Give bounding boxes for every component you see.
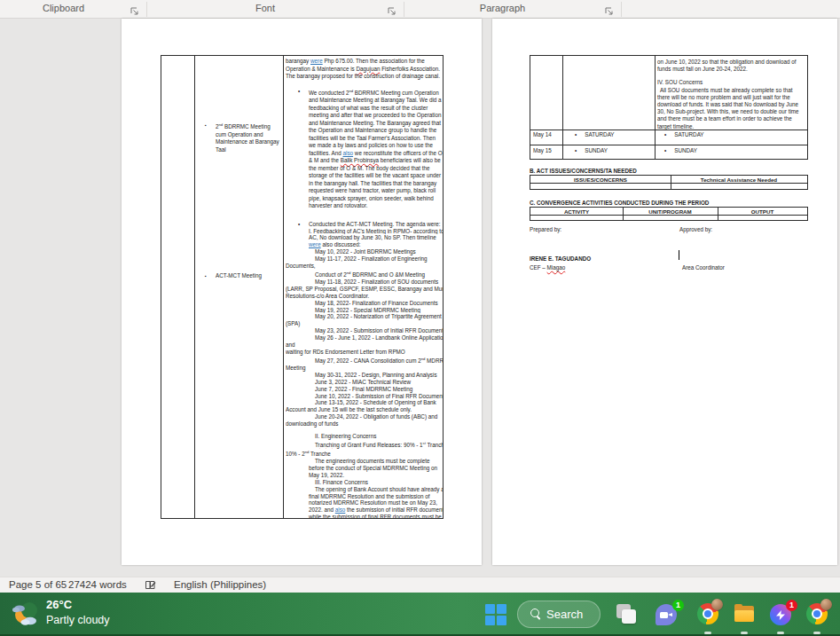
doc-line: Conduct of 2nd BDRRMC and O &M Meeting — [286, 270, 443, 279]
text-run: waiting for RDs Endorsement Letter from … — [286, 349, 405, 355]
text-run: 10% - 2 — [286, 451, 305, 457]
narrative-cell: barangay were Php 675.00. Then the assoc… — [284, 56, 444, 518]
doc-line: May 19, 2022. — [286, 472, 443, 479]
text-run: I. Feedbacking of AC's Meeting in RPMO- … — [309, 228, 443, 234]
document-canvas: 2nd BDRRMC Meeting cum Operation and Mai… — [0, 19, 840, 577]
chrome-app-button[interactable] — [697, 603, 718, 624]
doc-line: 10% - 2nd Tranche — [286, 449, 443, 458]
doc-line: June 20-24, 2022 - Obligation of funds (… — [286, 413, 443, 420]
narrative-intro: barangay were Php 675.00. Then the assoc… — [286, 58, 443, 81]
preparer-role: CEF – Miagao — [530, 264, 565, 271]
chrome-icon — [812, 609, 822, 619]
report-table-left: 2nd BDRRMC Meeting cum Operation and Mai… — [161, 55, 444, 519]
ribbon-group-font: Font — [146, 0, 404, 18]
bullet-icon: • — [575, 147, 577, 153]
text-run: The opening of Bank Account should have … — [315, 486, 443, 492]
doc-line: The opening of Bank Account should have … — [286, 486, 443, 493]
report-table-right: on June 10, 2022 so that the obligation … — [530, 55, 808, 160]
running-app-indicator — [741, 632, 748, 634]
text-run: May 20, 2022 - Notarization of Tripartit… — [315, 313, 442, 319]
text-run: May 18, 2022- Finalization of Finance Do… — [315, 300, 438, 306]
doc-line: Meeting — [286, 365, 443, 372]
text-run: June 10, 2022 - Submission of Final RFR … — [315, 393, 443, 399]
text-run: BDRRMC Meeting cum Operation and Mainten… — [216, 123, 279, 153]
document-page-left[interactable]: 2nd BDRRMC Meeting cum Operation and Mai… — [122, 19, 482, 565]
date-cell: May 14 — [533, 131, 552, 137]
text-run: before the conduct of Special MDRRMC Mee… — [309, 465, 437, 471]
doc-line: June 3, 2022 - MIAC Technical Review — [286, 379, 443, 386]
doc-line: Resolutions-c/o Area Coordinator. — [286, 293, 443, 300]
doc-line: June 10, 2022 - Submission of Final RFR … — [286, 393, 443, 400]
file-explorer-button[interactable] — [734, 603, 757, 626]
lightning-bolt-icon — [776, 610, 785, 620]
search-box[interactable]: Search — [517, 601, 601, 628]
messenger-app-button[interactable]: 1 — [770, 603, 793, 626]
proofing-icon[interactable] — [145, 579, 156, 593]
notification-badge: 1 — [786, 600, 797, 611]
doc-line: final MDRRMC Resolution and the submissi… — [286, 493, 443, 500]
doc-line: Documents, — [286, 263, 443, 270]
doc-line: Tranching of Grant Fund Releases: 90% - … — [286, 440, 443, 449]
ribbon-group-clipboard: Clipboard — [0, 0, 146, 18]
text-run: Tranche, — [426, 442, 443, 448]
text-run: May 11-18, 2022 - Finalization of SOU do… — [315, 279, 438, 285]
preparer-name: IRENE E. TAGUDANDO — [530, 255, 591, 262]
doc-line: June 7, 2022 - Final MDRRMC Meeting — [286, 386, 443, 393]
text-run: MDRRMC Meeting — [365, 386, 413, 392]
doc-line: May 23, 2022 - Submission of Initial RFR… — [286, 327, 443, 334]
chrome-app-button-2[interactable] — [806, 603, 828, 624]
activity-cell-actmct: ACT-MCT Meeting — [196, 272, 282, 280]
column-header: UNIT/PROGRAM — [623, 208, 718, 215]
text-run: May 19, 2022 - Special MDRRMC Meeting — [315, 307, 420, 313]
text-run: May 27, 2022 - CANA Consolidation cum 2 — [315, 357, 421, 364]
text-run: final MDRRMC Resolution and the submissi… — [309, 493, 430, 499]
column-header: OUTPUT — [718, 208, 807, 215]
dialog-launcher-icon[interactable] — [130, 4, 139, 13]
teams-app-button[interactable]: 1 — [656, 603, 679, 626]
doc-line: downloading of funds — [286, 420, 443, 428]
doc-line: 2022. and also the submission of initial… — [286, 506, 443, 514]
doc-line: before the conduct of Special MDRRMC Mee… — [286, 465, 443, 472]
tracked-insertion: were — [309, 241, 321, 247]
language-status[interactable]: English (Philippines) — [174, 579, 266, 590]
task-view-button[interactable] — [616, 603, 639, 626]
text-run: June 20-24, 2022 - Obligation of funds (… — [315, 413, 437, 420]
paragraph: IV. SOU Concerns — [657, 79, 806, 86]
document-page-right[interactable]: on June 10, 2022 so that the obligation … — [492, 19, 837, 565]
folder-icon — [734, 610, 754, 622]
doc-line: May 18, 2022- Finalization of Finance Do… — [286, 300, 443, 307]
doc-line: May 20, 2022 - Notarization of Tripartit… — [286, 313, 443, 320]
ribbon-group-paragraph: Paragraph — [404, 0, 621, 18]
text-run: downloading of funds — [286, 420, 339, 427]
text-run: May 10, 2022 - Joint BDRRMC Meetings — [315, 248, 416, 255]
start-button[interactable] — [484, 603, 507, 626]
spellcheck-flagged-word: Miagao — [547, 264, 566, 271]
word-count-status[interactable]: 27424 words — [68, 579, 127, 590]
spellcheck-flagged-word: Dagujuan — [356, 66, 380, 72]
table-border — [562, 56, 563, 159]
text-run: while the submission of final RFR docume… — [309, 514, 442, 518]
text-run: Conduct of 2 — [315, 271, 347, 278]
doc-line: III. Finance Concerns — [286, 479, 443, 486]
text-run: June 13-15, 2022 - Schedule of Opening o… — [315, 399, 436, 405]
activity-cell: •SATURDAY — [575, 131, 615, 137]
text-run: Resolutions-c/o Area Coordinator. — [286, 293, 369, 299]
dialog-launcher-icon[interactable] — [604, 4, 614, 13]
issues-table: ISSUES/CONCERNS Technical Assistance Nee… — [530, 175, 808, 190]
text-run: beneficiaries will also be the member of… — [309, 157, 441, 208]
output-cell: •SUNDAY — [664, 147, 697, 153]
ribbon-strip: Clipboard Font Paragraph — [0, 0, 840, 19]
tracked-insertion: also — [343, 150, 354, 156]
text-run: May 11-17, 2022 - Finalization of Engine… — [315, 255, 428, 262]
camera-lens-icon — [668, 613, 672, 616]
bullet-icon: • — [664, 131, 666, 137]
search-label: Search — [546, 608, 583, 621]
weather-widget[interactable]: 26°C Partly cloudy — [7, 596, 140, 632]
doc-line: May 10, 2022 - Joint BDRRMC Meetings — [286, 248, 443, 255]
doc-line: (LARR, SP Proposal, GSPCF, ESMP, ESSC, B… — [286, 286, 443, 293]
dialog-launcher-icon[interactable] — [387, 4, 396, 13]
page-number-status[interactable]: Page 5 of 65 — [9, 579, 67, 590]
overlapping-squares-icon — [622, 609, 636, 624]
text-run: of Grant Fund Releases: 90% - 1 — [340, 442, 423, 448]
text-run: BDRRMC and O &M Meeting — [350, 271, 425, 278]
